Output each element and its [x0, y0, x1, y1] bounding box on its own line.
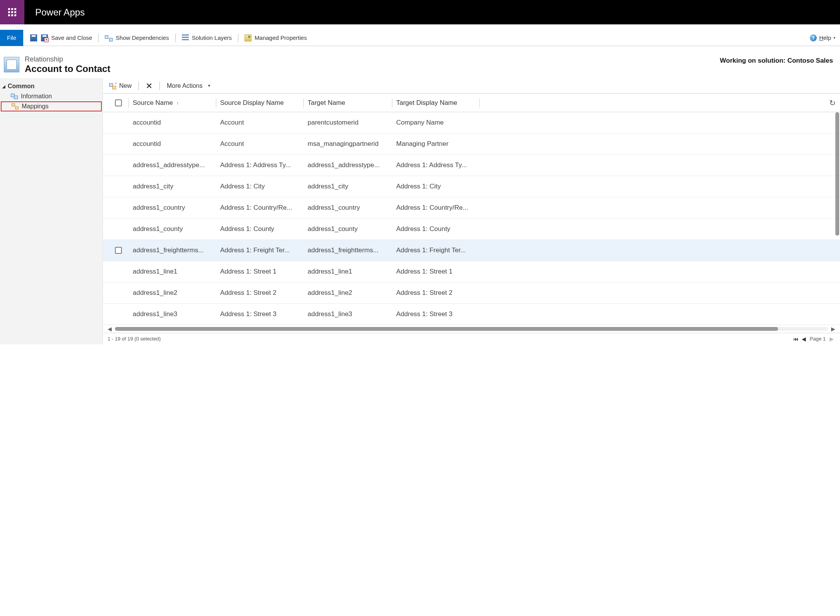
column-header-source-name[interactable]: Source Name ↑	[129, 99, 216, 107]
cell-source-display-name: Address 1: Country/Re...	[216, 204, 303, 212]
table-row[interactable]: accountidAccountmsa_managingpartneridMan…	[103, 133, 840, 155]
table-row[interactable]: address1_line2Address 1: Street 2address…	[103, 282, 840, 304]
table-row[interactable]: address1_line1Address 1: Street 1address…	[103, 261, 840, 282]
collapse-icon: ◢	[2, 84, 5, 89]
toolbar-separator	[139, 82, 139, 90]
working-on-solution-label: Working on solution: Contoso Sales	[720, 57, 833, 65]
select-all-checkbox[interactable]	[115, 99, 122, 106]
scroll-right-button[interactable]: ▶	[831, 326, 835, 332]
page-label: Page 1	[810, 336, 826, 342]
ribbon-separator	[238, 34, 238, 42]
page-header: Relationship Account to Contact Working …	[0, 46, 840, 78]
nav-item-label: Information	[21, 93, 52, 100]
nav-item-mappings[interactable]: Mappings	[1, 101, 102, 111]
delete-icon: ✕	[146, 81, 152, 91]
table-row[interactable]: address1_countyAddress 1: Countyaddress1…	[103, 219, 840, 240]
ribbon-separator	[98, 34, 99, 42]
chevron-down-icon: ▼	[207, 84, 211, 88]
cell-target-name: address1_freightterms...	[304, 246, 392, 254]
cell-target-display-name: Address 1: Street 1	[392, 268, 479, 275]
nav-group-common[interactable]: ◢ Common	[0, 81, 103, 91]
save-icon[interactable]	[30, 34, 37, 41]
table-row[interactable]: address1_countryAddress 1: Country/Re...…	[103, 197, 840, 219]
cell-source-display-name: Address 1: Freight Ter...	[216, 246, 303, 254]
cell-source-name: accountid	[129, 140, 216, 148]
refresh-button[interactable]: ↻	[825, 98, 840, 108]
grid-body[interactable]: accountidAccountparentcustomeridCompany …	[103, 112, 840, 325]
cell-target-display-name: Address 1: Address Ty...	[392, 161, 479, 169]
cell-source-display-name: Address 1: County	[216, 225, 303, 233]
show-dependencies-button[interactable]: Show Dependencies	[101, 32, 173, 44]
app-header: Power Apps	[0, 0, 840, 24]
cell-source-name: address1_line3	[129, 310, 216, 318]
scroll-left-button[interactable]: ◀	[108, 326, 112, 332]
mappings-icon	[12, 103, 19, 110]
cell-target-name: address1_line1	[304, 268, 392, 275]
managed-properties-label: Managed Properties	[255, 34, 307, 41]
hscroll-thumb[interactable]	[115, 327, 778, 331]
cell-target-display-name: Address 1: County	[392, 225, 479, 233]
nav-item-information[interactable]: Information	[0, 91, 103, 101]
table-row[interactable]: address1_freightterms...Address 1: Freig…	[103, 240, 840, 261]
help-icon: ?	[810, 34, 817, 41]
table-row[interactable]: address1_line3Address 1: Street 3address…	[103, 304, 840, 325]
column-header-source-display-name[interactable]: Source Display Name	[216, 99, 303, 107]
cell-target-display-name: Address 1: Street 2	[392, 289, 479, 297]
cell-source-display-name: Account	[216, 119, 303, 127]
cell-target-name: address1_line2	[304, 289, 392, 297]
cell-source-name: address1_freightterms...	[129, 246, 216, 254]
table-row[interactable]: address1_addresstype...Address 1: Addres…	[103, 155, 840, 176]
nav-item-label: Mappings	[22, 103, 48, 110]
cell-target-name: msa_managingpartnerid	[304, 140, 392, 148]
side-nav: ◢ Common Information Mappings	[0, 78, 103, 344]
cell-target-display-name: Company Name	[392, 119, 479, 127]
dependencies-icon	[105, 34, 113, 41]
help-label: elp	[823, 34, 831, 41]
content-area: ✦ New ✕ More Actions ▼ Source Name ↑	[103, 78, 840, 344]
solution-layers-button[interactable]: Solution Layers	[178, 32, 236, 44]
main-layout: ◢ Common Information Mappings ✦ New ✕ Mo…	[0, 78, 840, 344]
properties-icon	[245, 34, 251, 41]
cell-target-name: parentcustomerid	[304, 119, 392, 127]
file-menu-button[interactable]: File	[0, 30, 23, 46]
save-and-close-button[interactable]: Save and Close	[37, 32, 96, 44]
app-launcher-button[interactable]	[0, 0, 24, 24]
cell-source-display-name: Address 1: Street 1	[216, 268, 303, 275]
cell-source-name: accountid	[129, 119, 216, 127]
prev-page-button[interactable]: ◀	[802, 336, 806, 342]
nav-group-label: Common	[8, 83, 34, 90]
more-actions-button[interactable]: More Actions ▼	[164, 80, 214, 92]
cell-target-display-name: Address 1: Country/Re...	[392, 204, 479, 212]
refresh-icon: ↻	[829, 98, 836, 108]
next-page-button[interactable]: ▶	[830, 336, 834, 342]
table-row[interactable]: accountidAccountparentcustomeridCompany …	[103, 112, 840, 133]
help-link[interactable]: ? Help ▾	[810, 34, 835, 41]
new-label: New	[119, 82, 132, 89]
vertical-scrollbar-thumb[interactable]	[835, 112, 839, 236]
sort-ascending-icon: ↑	[176, 100, 179, 106]
cell-source-display-name: Address 1: City	[216, 183, 303, 190]
cell-target-display-name: Address 1: Freight Ter...	[392, 246, 479, 254]
toolbar-separator	[159, 82, 160, 90]
cell-source-name: address1_county	[129, 225, 216, 233]
column-header-target-display-name[interactable]: Target Display Name	[392, 99, 479, 107]
solution-layers-label: Solution Layers	[192, 34, 232, 41]
delete-button[interactable]: ✕	[143, 80, 156, 92]
cell-target-name: address1_line3	[304, 310, 392, 318]
page-title: Account to Contact	[25, 63, 110, 74]
cell-source-name: address1_addresstype...	[129, 161, 216, 169]
column-header-target-name[interactable]: Target Name	[304, 99, 392, 107]
cell-source-name: address1_line1	[129, 268, 216, 275]
cell-source-display-name: Address 1: Street 3	[216, 310, 303, 318]
hscroll-track[interactable]	[115, 327, 828, 331]
new-button[interactable]: ✦ New	[106, 80, 135, 92]
information-icon	[11, 94, 18, 99]
cell-target-name: address1_city	[304, 183, 392, 190]
cell-source-display-name: Address 1: Street 2	[216, 289, 303, 297]
managed-properties-button[interactable]: Managed Properties	[241, 32, 311, 44]
new-icon: ✦	[109, 82, 116, 89]
row-checkbox[interactable]	[115, 247, 122, 254]
first-page-button[interactable]: ⏮	[793, 336, 799, 342]
cell-target-display-name: Address 1: Street 3	[392, 310, 479, 318]
table-row[interactable]: address1_cityAddress 1: Cityaddress1_cit…	[103, 176, 840, 197]
